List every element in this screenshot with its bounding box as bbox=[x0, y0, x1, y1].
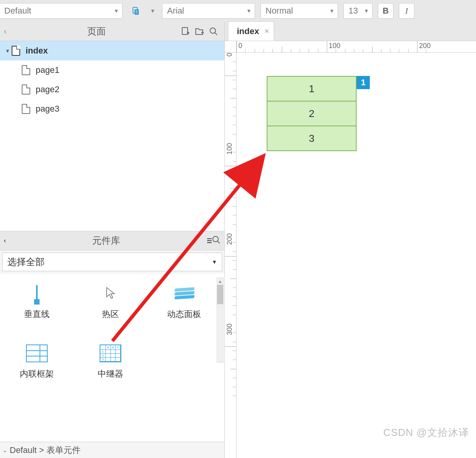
style-dropdown-value: Default bbox=[4, 6, 31, 16]
page-icon bbox=[12, 46, 20, 56]
chevron-down-icon: ▼ bbox=[364, 8, 369, 14]
ruler-vertical[interactable]: 0 100 200 300 bbox=[225, 53, 236, 458]
widget-label: 内联框架 bbox=[20, 368, 54, 380]
page-label: page2 bbox=[36, 84, 59, 95]
canvas-area: index × 0 100 200 0 100 200 300 1 1 2 bbox=[225, 22, 476, 458]
vertical-line-icon bbox=[36, 285, 38, 302]
page-icon bbox=[22, 104, 30, 114]
repeater-row[interactable]: 3 bbox=[267, 126, 357, 151]
widget-label: 热区 bbox=[102, 308, 119, 320]
pages-panel-header: ‹ 页面 bbox=[0, 22, 224, 41]
paste-style-icon[interactable] bbox=[128, 3, 143, 19]
format-toolbar: Default ▼ ▼ Arial ▼ Normal ▼ 13 ▼ B I bbox=[0, 0, 476, 22]
svg-point-3 bbox=[210, 28, 216, 33]
chevron-down-icon: ▼ bbox=[114, 8, 119, 14]
canvas-surface[interactable]: 1 1 2 3 bbox=[236, 53, 476, 458]
library-select-value: 选择全部 bbox=[7, 256, 45, 268]
menu-icon[interactable]: ☰ bbox=[207, 237, 212, 244]
repeater-row[interactable]: 1 bbox=[267, 76, 357, 102]
scrollbar[interactable]: ▲ bbox=[217, 277, 224, 363]
page-label: page3 bbox=[36, 104, 59, 114]
widget-label: 动态面板 bbox=[167, 308, 201, 320]
ruler-horizontal[interactable]: 0 100 200 bbox=[236, 41, 476, 53]
selection-count-badge: 1 bbox=[357, 76, 370, 89]
page-label: page1 bbox=[36, 65, 59, 75]
font-weight-dropdown[interactable]: Normal ▼ bbox=[260, 3, 338, 19]
repeater-widget-instance[interactable]: 1 1 2 3 bbox=[267, 77, 357, 151]
widget-label: 垂直线 bbox=[24, 308, 50, 320]
cursor-icon bbox=[103, 285, 118, 302]
font-weight-value: Normal bbox=[266, 6, 293, 16]
library-select-dropdown[interactable]: 选择全部 ▼ bbox=[2, 253, 222, 271]
library-widget-grid: 垂直线 热区 动态面板 内联框架 ABC123 中继器 bbox=[0, 274, 224, 442]
ruler-corner bbox=[225, 41, 236, 53]
chevron-down-icon: ▼ bbox=[246, 8, 252, 14]
page-icon bbox=[22, 65, 30, 75]
left-sidebar: ‹ 页面 ▾ index page1 pa bbox=[0, 22, 225, 458]
inline-frame-icon bbox=[26, 344, 48, 362]
style-dropdown[interactable]: Default ▼ bbox=[0, 3, 122, 19]
canvas-tab-bar: index × bbox=[225, 22, 476, 41]
widget-vertical-line[interactable]: 垂直线 bbox=[0, 277, 74, 325]
pages-panel-title: 页面 bbox=[14, 25, 179, 38]
font-dropdown[interactable]: Arial ▼ bbox=[162, 3, 255, 19]
font-size-dropdown[interactable]: 13 ▼ bbox=[343, 3, 373, 19]
svg-rect-2 bbox=[182, 28, 188, 34]
scroll-thumb[interactable] bbox=[217, 285, 223, 304]
repeater-icon: ABC123 bbox=[100, 344, 121, 362]
page-tree-item-page2[interactable]: page2 bbox=[0, 80, 224, 99]
search-icon[interactable] bbox=[212, 236, 221, 246]
widget-repeater[interactable]: ABC123 中继器 bbox=[74, 337, 147, 385]
page-tree-item-index[interactable]: ▾ index bbox=[0, 41, 224, 60]
font-size-value: 13 bbox=[348, 6, 358, 16]
dynamic-panel-icon bbox=[173, 287, 195, 301]
canvas-tab-index[interactable]: index × bbox=[228, 21, 274, 41]
close-icon[interactable]: × bbox=[264, 27, 269, 36]
page-tree-item-page1[interactable]: page1 bbox=[0, 60, 224, 80]
widget-inline-frame[interactable]: 内联框架 bbox=[0, 337, 74, 385]
tab-label: index bbox=[237, 26, 259, 36]
add-folder-icon[interactable] bbox=[193, 24, 207, 38]
svg-point-4 bbox=[213, 236, 218, 242]
collapse-icon[interactable]: ‹ bbox=[4, 27, 14, 36]
scroll-up-icon[interactable]: ▲ bbox=[217, 278, 223, 285]
library-breadcrumb: ⌄ Default > 表单元件 bbox=[0, 442, 224, 458]
italic-button[interactable]: I bbox=[399, 3, 414, 19]
library-panel-title: 元件库 bbox=[6, 234, 207, 247]
widget-dynamic-panel[interactable]: 动态面板 bbox=[147, 277, 221, 325]
pages-tree: ▾ index page1 page2 page3 bbox=[0, 41, 224, 231]
chevron-down-icon: ▼ bbox=[212, 259, 217, 265]
breadcrumb-separator: > bbox=[39, 445, 44, 455]
font-dropdown-value: Arial bbox=[167, 6, 184, 16]
widget-label: 中继器 bbox=[98, 368, 123, 380]
search-icon[interactable] bbox=[207, 24, 221, 38]
breadcrumb-root[interactable]: Default bbox=[10, 445, 37, 455]
add-page-icon[interactable] bbox=[179, 24, 193, 38]
chevron-down-icon[interactable]: ⌄ bbox=[2, 446, 7, 454]
expand-icon[interactable]: ▾ bbox=[4, 48, 11, 54]
library-panel-header: ‹ 元件库 ☰ bbox=[0, 231, 224, 250]
widget-hotspot[interactable]: 热区 bbox=[74, 277, 147, 325]
page-tree-item-page3[interactable]: page3 bbox=[0, 99, 224, 119]
chevron-down-icon: ▼ bbox=[329, 8, 335, 14]
bold-button[interactable]: B bbox=[378, 3, 393, 19]
breadcrumb-current[interactable]: 表单元件 bbox=[47, 444, 81, 456]
watermark-text: CSDN @文拾沐译 bbox=[383, 426, 469, 439]
page-icon bbox=[22, 84, 30, 95]
chevron-down-icon[interactable]: ▼ bbox=[149, 3, 157, 19]
repeater-row[interactable]: 2 bbox=[267, 101, 357, 126]
page-label: index bbox=[26, 46, 48, 56]
